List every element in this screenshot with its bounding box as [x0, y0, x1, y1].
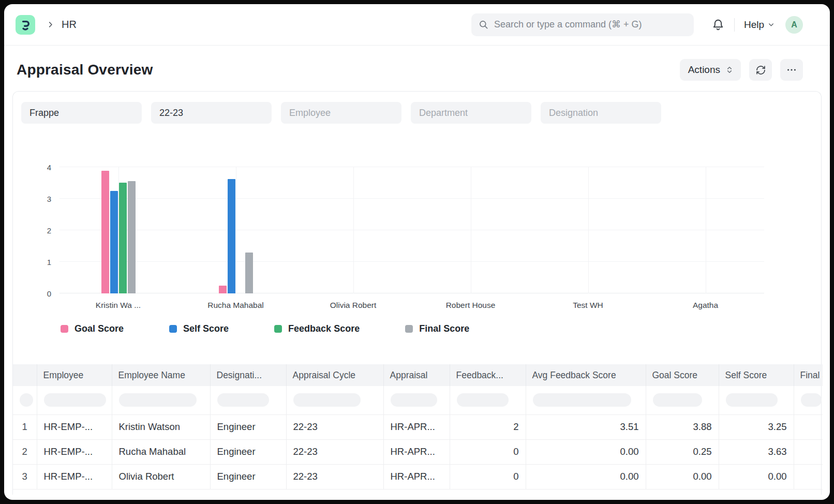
legend-swatch-icon — [61, 325, 68, 333]
filter-employee[interactable]: Employee — [281, 102, 401, 124]
table-filter-row — [13, 386, 823, 414]
table-cell: 0.25 — [646, 439, 719, 464]
global-search[interactable] — [471, 13, 694, 36]
table-row[interactable]: 2HR-EMP-...Rucha MahabalEngineer22-23HR-… — [13, 439, 823, 464]
table-cell: 0.00 — [719, 464, 794, 489]
help-label: Help — [744, 19, 764, 31]
legend-label: Final Score — [419, 323, 469, 334]
legend-swatch-icon — [169, 325, 177, 333]
table-filter-cell[interactable] — [210, 386, 286, 414]
table-filter-cell[interactable] — [13, 386, 37, 414]
filter-bar: Frappe22-23EmployeeDepartmentDesignation — [13, 92, 821, 134]
chart-plot-area — [59, 167, 764, 293]
column-header-feedback-[interactable]: Feedback... — [450, 364, 526, 386]
search-input[interactable] — [494, 19, 687, 30]
more-options-button[interactable] — [780, 59, 803, 81]
table-cell: HR-APR... — [383, 464, 450, 489]
table-cell: 0 — [450, 439, 526, 464]
table-filter-cell[interactable] — [112, 386, 210, 414]
appraisal-chart: 01234 Kristin Wa ...Rucha MahabalOlivia … — [13, 134, 821, 364]
legend-label: Feedback Score — [288, 323, 360, 334]
filter-input-placeholder — [44, 393, 106, 407]
table-filter-cell[interactable] — [646, 386, 719, 414]
legend-item-feedback-score[interactable]: Feedback Score — [274, 323, 360, 334]
search-icon — [479, 20, 489, 30]
report-card: Frappe22-23EmployeeDepartmentDesignation… — [12, 91, 822, 495]
table-filter-cell[interactable] — [526, 386, 646, 414]
column-header-employee-name[interactable]: Employee Name — [112, 364, 210, 386]
table-filter-cell[interactable] — [37, 386, 112, 414]
ellipsis-icon — [786, 64, 797, 76]
filter-department[interactable]: Department — [411, 102, 531, 124]
bar-group-5 — [529, 167, 647, 293]
table-cell: 2 — [450, 414, 526, 439]
bar-group-2 — [177, 167, 294, 293]
legend-item-self-score[interactable]: Self Score — [169, 323, 229, 334]
column-header-goal-score[interactable]: Goal Score — [646, 364, 719, 386]
table-row[interactable]: 1HR-EMP-...Kristin WatsonEngineer22-23HR… — [13, 414, 823, 439]
bar-final-score[interactable] — [245, 253, 253, 293]
legend-label: Goal Score — [75, 323, 124, 334]
table-cell: 2 — [13, 439, 37, 464]
app-window: HR Help A Appraisal Overview — [4, 4, 830, 500]
table-cell: 0.00 — [526, 464, 646, 489]
filter-frappe[interactable]: Frappe — [21, 102, 142, 124]
filter-input-placeholder — [217, 393, 269, 407]
x-axis-label: Robert House — [412, 301, 529, 310]
bars-layer — [59, 167, 764, 293]
bar-self-score[interactable] — [228, 179, 235, 293]
table-filter-cell[interactable] — [794, 386, 823, 414]
chevron-down-icon — [767, 21, 775, 28]
table-filter-cell[interactable] — [719, 386, 794, 414]
notifications-button[interactable] — [711, 18, 725, 32]
bar-feedback-score[interactable] — [119, 183, 127, 293]
page-title: Appraisal Overview — [17, 62, 153, 78]
y-tick-label: 1 — [47, 258, 51, 266]
legend-item-goal-score[interactable]: Goal Score — [61, 323, 124, 334]
actions-button[interactable]: Actions — [680, 59, 741, 81]
table-row[interactable]: 3HR-EMP-...Olivia RobertEngineer22-23HR-… — [13, 464, 823, 489]
help-menu[interactable]: Help — [744, 19, 775, 31]
column-header-designati-[interactable]: Designati... — [210, 364, 286, 386]
table-cell: HR-EMP-... — [37, 439, 112, 464]
table-cell: 1 — [13, 414, 37, 439]
legend-swatch-icon — [405, 325, 413, 333]
table-filter-cell[interactable] — [286, 386, 383, 414]
table-filter-cell[interactable] — [383, 386, 450, 414]
refresh-icon — [755, 65, 766, 76]
topbar-divider — [734, 18, 735, 32]
filter-22-23[interactable]: 22-23 — [151, 102, 272, 124]
column-header-appraisal[interactable]: Appraisal — [383, 364, 450, 386]
refresh-button[interactable] — [749, 59, 772, 81]
legend-item-final-score[interactable]: Final Score — [405, 323, 469, 334]
table-cell — [794, 464, 823, 489]
column-header-final-score[interactable]: Final Score — [794, 364, 823, 386]
table-cell: Rucha Mahabal — [112, 439, 210, 464]
bar-self-score[interactable] — [110, 191, 118, 293]
column-header-self-score[interactable]: Self Score — [719, 364, 794, 386]
legend-label: Self Score — [183, 323, 229, 334]
bar-group-6 — [647, 167, 764, 293]
table-cell: Kristin Watson — [112, 414, 210, 439]
table-filter-cell[interactable] — [450, 386, 526, 414]
topbar: HR Help A — [4, 4, 830, 46]
bar-goal-score[interactable] — [219, 286, 227, 293]
table-cell: 0.00 — [646, 464, 719, 489]
filter-designation[interactable]: Designation — [541, 102, 661, 124]
frappe-hr-logo[interactable] — [16, 15, 35, 35]
bar-final-score[interactable] — [128, 181, 136, 293]
breadcrumb-hr[interactable]: HR — [62, 19, 77, 31]
user-avatar[interactable]: A — [785, 16, 803, 34]
bar-goal-score[interactable] — [101, 171, 109, 293]
column-header-appraisal-cycle[interactable]: Appraisal Cycle — [286, 364, 383, 386]
table-cell: 3 — [13, 464, 37, 489]
table-cell: 22-23 — [286, 439, 383, 464]
y-tick-label: 3 — [47, 195, 51, 203]
x-axis-label: Agatha — [647, 301, 764, 310]
column-header-row-index[interactable] — [13, 364, 37, 386]
legend-swatch-icon — [274, 325, 282, 333]
table-cell: 0.00 — [526, 439, 646, 464]
table-cell: 3.25 — [719, 414, 794, 439]
column-header-employee[interactable]: Employee — [37, 364, 112, 386]
column-header-avg-feedback-score[interactable]: Avg Feedback Score — [526, 364, 646, 386]
